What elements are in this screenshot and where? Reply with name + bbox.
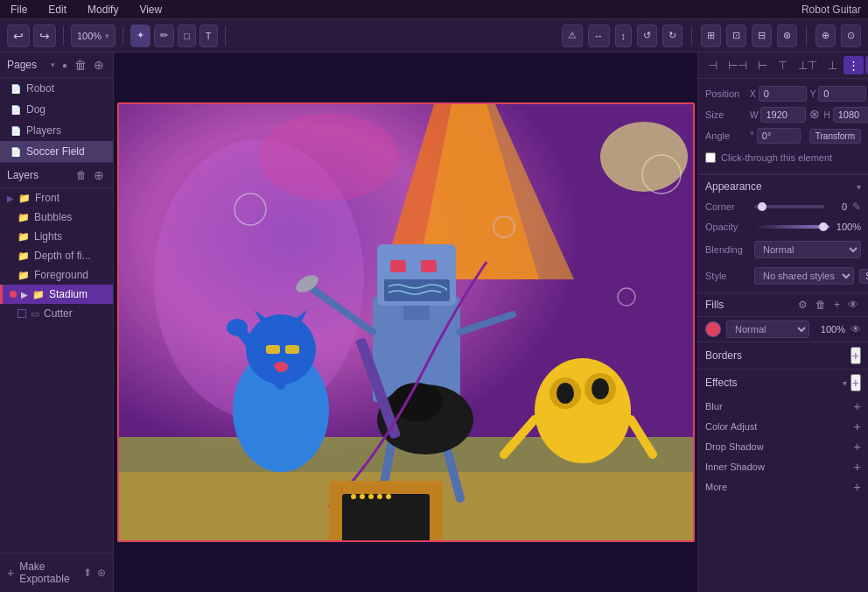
opacity-slider[interactable] xyxy=(754,225,830,229)
fill-color-swatch[interactable] xyxy=(705,321,721,337)
settings-button[interactable]: ⊙ xyxy=(841,25,861,47)
fill-blend-dropdown[interactable]: Normal xyxy=(726,321,809,338)
zoom-control[interactable]: 100% ▾ xyxy=(71,25,116,47)
svg-point-48 xyxy=(259,113,399,201)
rotate-right-button[interactable]: ↻ xyxy=(662,25,682,47)
page-item-dog[interactable]: 📄 Dog xyxy=(0,99,113,120)
text-tool-button[interactable]: T xyxy=(200,25,218,47)
pages-circle-btn[interactable]: ● xyxy=(60,60,69,70)
layer-lights-label: Lights xyxy=(34,230,62,243)
flip-v-button[interactable]: ↕ xyxy=(615,25,633,47)
effect-color-adjust-add-btn[interactable]: + xyxy=(853,419,861,433)
layers-add-btn[interactable]: ⊕ xyxy=(92,168,106,182)
angle-degree-icon: ° xyxy=(750,130,754,142)
layer-foreground[interactable]: 📁 Foreground xyxy=(0,265,113,285)
rotate-left-button[interactable]: ↺ xyxy=(637,25,657,47)
align-center-v-button[interactable]: ⊥⊤ xyxy=(794,56,822,74)
layer-front[interactable]: ▶ 📁 Front xyxy=(0,188,113,208)
align-right-button[interactable]: ⊢ xyxy=(753,56,772,74)
svg-point-40 xyxy=(368,494,374,499)
size-lock-icon[interactable]: ⊗ xyxy=(809,107,820,123)
appearance-header[interactable]: Appearance ▾ xyxy=(698,174,868,198)
layer-cutter-label: Cutter xyxy=(44,307,73,320)
menu-edit[interactable]: Edit xyxy=(45,4,70,16)
style-label: Style xyxy=(705,271,749,281)
layer-lights[interactable]: 📁 Lights xyxy=(0,227,113,246)
y-input[interactable] xyxy=(818,86,866,102)
group-button[interactable]: ⊡ xyxy=(726,25,746,47)
blending-dropdown[interactable]: Normal Multiply Screen Overlay xyxy=(754,241,861,258)
pages-add-btn[interactable]: ⊕ xyxy=(92,58,106,72)
layers-delete-btn[interactable]: 🗑 xyxy=(74,169,88,181)
export-icon: ⬆ xyxy=(83,567,92,579)
make-exportable[interactable]: + Make Exportable ⬆ ⊕ xyxy=(0,553,113,592)
layer-bubbles[interactable]: 📁 Bubbles xyxy=(0,208,113,227)
canvas-area[interactable] xyxy=(114,53,697,592)
component-button[interactable]: ⊛ xyxy=(777,25,797,47)
transform-button[interactable]: Transform xyxy=(809,129,861,144)
undo-button[interactable]: ↩ xyxy=(7,25,30,47)
page-item-robot[interactable]: 📄 Robot xyxy=(0,78,113,99)
effect-inner-shadow-add-btn[interactable]: + xyxy=(853,460,861,473)
select-tool-button[interactable]: ✦ xyxy=(130,25,150,47)
effects-header[interactable]: Effects ▾ + xyxy=(698,369,868,396)
menu-file[interactable]: File xyxy=(7,4,31,16)
distribute-h-button[interactable]: ⋮ xyxy=(844,56,864,74)
click-through-checkbox[interactable] xyxy=(705,152,716,163)
align-top-button[interactable]: ⊤ xyxy=(774,56,792,74)
align-left-button[interactable]: ⊣ xyxy=(704,56,722,74)
fills-eye-btn[interactable]: 👁 xyxy=(845,298,861,312)
layer-cutter[interactable]: ▭ Cutter xyxy=(0,304,113,323)
borders-add-btn[interactable]: + xyxy=(850,347,861,364)
vector-tool-button[interactable]: ✏ xyxy=(154,25,174,47)
flip-h-button[interactable]: ↔ xyxy=(588,25,610,47)
svg-point-41 xyxy=(377,494,382,499)
shape-tool-button[interactable]: □ xyxy=(178,25,196,47)
x-input[interactable] xyxy=(759,86,807,102)
sync-button[interactable]: Sync xyxy=(859,269,868,284)
fills-settings-btn[interactable]: ⚙ xyxy=(795,298,810,312)
layer-stadium[interactable]: ▶ 📁 Stadium xyxy=(0,285,113,304)
svg-point-29 xyxy=(535,358,631,463)
position-label: Position xyxy=(705,88,745,99)
warning-button[interactable]: ⚠ xyxy=(562,25,583,47)
effect-blur-add-btn[interactable]: + xyxy=(853,399,861,412)
corner-edit-icon[interactable]: ✎ xyxy=(852,201,861,213)
align-button[interactable]: ⊟ xyxy=(752,25,772,47)
w-input[interactable] xyxy=(760,107,806,123)
align-bottom-button[interactable]: ⊥ xyxy=(823,56,842,74)
page-dog-label: Dog xyxy=(26,103,46,116)
menu-view[interactable]: View xyxy=(136,4,165,16)
page-item-soccer-field[interactable]: 📄 Soccer Field xyxy=(0,141,113,162)
fill-opacity-value: 100% xyxy=(815,324,845,335)
corner-label: Corner xyxy=(705,201,749,212)
fills-delete-btn[interactable]: 🗑 xyxy=(813,298,829,312)
layer-depth[interactable]: 📁 Depth of fi... xyxy=(0,246,113,265)
h-input[interactable] xyxy=(833,107,868,123)
fill-item-1: Normal 100% 👁 xyxy=(698,317,868,342)
menu-modify[interactable]: Modify xyxy=(84,4,122,16)
style-dropdown[interactable]: No shared styles xyxy=(754,267,854,285)
effect-more-add-btn[interactable]: + xyxy=(853,480,861,493)
pages-delete-btn[interactable]: 🗑 xyxy=(73,58,88,72)
fills-add-btn[interactable]: + xyxy=(831,298,843,312)
page-item-players[interactable]: 📄 Players xyxy=(0,120,113,141)
export-button[interactable]: ⊕ xyxy=(816,25,836,47)
angle-input[interactable] xyxy=(757,128,801,144)
grid-button[interactable]: ⊞ xyxy=(701,25,721,47)
layer-bubbles-label: Bubbles xyxy=(34,211,72,223)
fill-eye-button[interactable]: 👁 xyxy=(850,323,861,335)
effects-add-btn[interactable]: + xyxy=(850,374,861,391)
angle-field-group: ° xyxy=(750,128,804,144)
fills-controls: ⚙ 🗑 + 👁 xyxy=(795,298,861,312)
effect-drop-shadow-add-btn[interactable]: + xyxy=(853,440,861,453)
redo-button[interactable]: ↪ xyxy=(33,25,56,47)
layer-expand-icon: ▶ xyxy=(7,194,14,203)
align-center-h-button[interactable]: ⊢⊣ xyxy=(724,56,752,74)
w-field-group: W xyxy=(750,107,806,123)
size-fields: W ⊗ H xyxy=(750,107,868,123)
opacity-value: 100% xyxy=(835,222,861,232)
corner-slider[interactable] xyxy=(754,205,824,208)
angle-row: Angle ° Transform xyxy=(705,128,861,144)
toolbar-separator-4 xyxy=(691,26,692,46)
